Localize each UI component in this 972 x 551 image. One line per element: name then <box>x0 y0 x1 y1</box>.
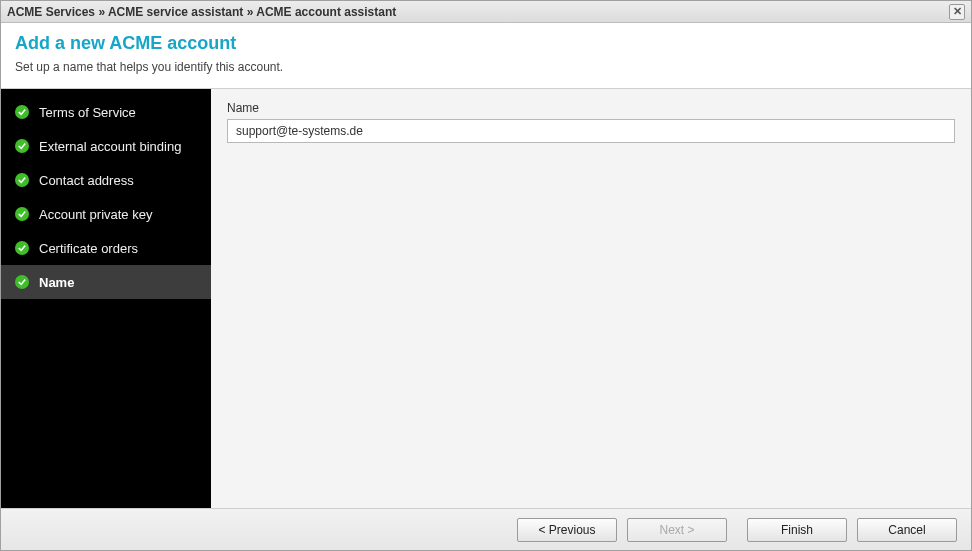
sidebar-item-label: Terms of Service <box>39 105 136 120</box>
titlebar: ACME Services » ACME service assistant »… <box>1 1 971 23</box>
cancel-button[interactable]: Cancel <box>857 518 957 542</box>
wizard-sidebar: Terms of Service External account bindin… <box>1 89 211 508</box>
name-label: Name <box>227 101 955 115</box>
sidebar-item-label: External account binding <box>39 139 181 154</box>
sidebar-item-account-private-key[interactable]: Account private key <box>1 197 211 231</box>
sidebar-item-label: Account private key <box>39 207 152 222</box>
check-icon <box>15 275 29 289</box>
footer: < Previous Next > Finish Cancel <box>1 508 971 550</box>
breadcrumb: ACME Services » ACME service assistant »… <box>7 5 949 19</box>
assistant-window: ACME Services » ACME service assistant »… <box>0 0 972 551</box>
sidebar-item-contact-address[interactable]: Contact address <box>1 163 211 197</box>
check-icon <box>15 173 29 187</box>
sidebar-item-certificate-orders[interactable]: Certificate orders <box>1 231 211 265</box>
page-header: Add a new ACME account Set up a name tha… <box>1 23 971 89</box>
form-area: Name <box>211 89 971 508</box>
close-icon: ✕ <box>953 6 962 17</box>
sidebar-item-label: Certificate orders <box>39 241 138 256</box>
body: Terms of Service External account bindin… <box>1 89 971 508</box>
sidebar-item-label: Name <box>39 275 74 290</box>
check-icon <box>15 105 29 119</box>
check-icon <box>15 139 29 153</box>
check-icon <box>15 207 29 221</box>
finish-button[interactable]: Finish <box>747 518 847 542</box>
close-button[interactable]: ✕ <box>949 4 965 20</box>
sidebar-item-name[interactable]: Name <box>1 265 211 299</box>
sidebar-item-external-account-binding[interactable]: External account binding <box>1 129 211 163</box>
check-icon <box>15 241 29 255</box>
next-button: Next > <box>627 518 727 542</box>
sidebar-item-terms-of-service[interactable]: Terms of Service <box>1 95 211 129</box>
page-title: Add a new ACME account <box>15 33 957 54</box>
page-subtitle: Set up a name that helps you identify th… <box>15 60 957 74</box>
previous-button[interactable]: < Previous <box>517 518 617 542</box>
sidebar-item-label: Contact address <box>39 173 134 188</box>
name-input[interactable] <box>227 119 955 143</box>
